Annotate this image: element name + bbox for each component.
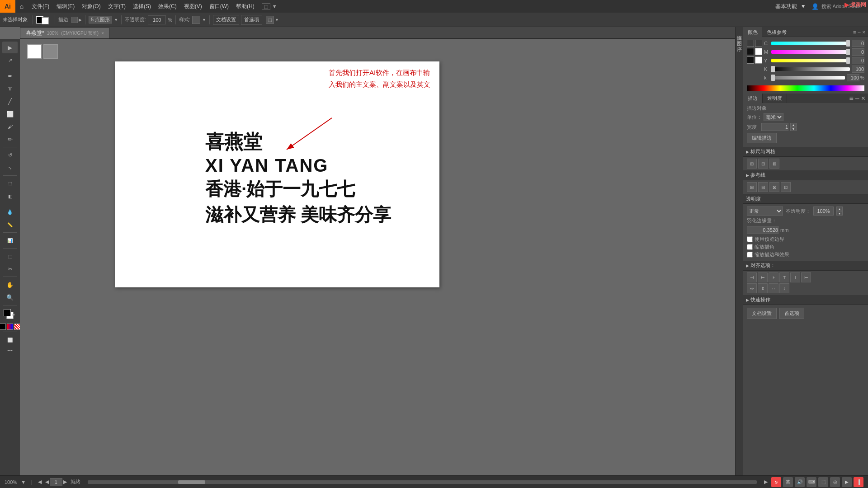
guides-section-header[interactable]: ▶ 参考线 [743, 170, 868, 180]
scrollbar-thumb[interactable] [178, 480, 205, 484]
fill-stroke-switcher[interactable]: ⇄ [4, 309, 16, 322]
page-input[interactable] [50, 478, 62, 486]
scroll-right-btn[interactable]: ▶ [764, 479, 768, 485]
horizontal-scrollbar[interactable] [88, 480, 757, 484]
tab-layers[interactable]: 图层 [735, 34, 744, 40]
blend-tool[interactable]: ⬚ [2, 178, 18, 189]
guide-icon-4[interactable]: ⊡ [781, 182, 791, 192]
c-value-input[interactable] [852, 40, 864, 47]
hand-tool[interactable]: ✋ [2, 279, 18, 291]
stroke-color-area[interactable] [36, 16, 52, 23]
panel-minimize-btn[interactable]: – [858, 29, 860, 35]
preview-bounds-cb[interactable] [747, 236, 753, 242]
dist-h-btn[interactable]: ⇔ [747, 283, 757, 293]
text-sub2[interactable]: 滋补又营养 美味齐分享 [205, 202, 391, 227]
canvas-swatch-white[interactable] [27, 44, 42, 59]
page-prev-btn[interactable]: ◀ [38, 479, 42, 485]
menu-object[interactable]: 对象(O) [78, 0, 104, 13]
workspace-selector[interactable]: 基本功能 ▼ [775, 3, 811, 10]
special-slider[interactable] [771, 76, 845, 80]
align-bottom-btn[interactable]: ⊢ [801, 272, 811, 282]
zoom-tool[interactable]: 🔍 [2, 291, 18, 303]
shape-tool[interactable]: ⬜ [2, 108, 18, 120]
y-slider[interactable] [771, 59, 850, 62]
style-swatch[interactable] [192, 16, 200, 24]
color-icon[interactable] [0, 324, 6, 330]
width-step-up[interactable]: ▲ [790, 123, 797, 127]
gradient-tool[interactable]: ◧ [2, 190, 18, 202]
k-value-input[interactable] [852, 66, 864, 73]
align-left-btn[interactable]: ⊣ [747, 272, 757, 282]
align-right-btn[interactable]: ⊦ [769, 272, 778, 282]
text-main[interactable]: 喜燕堂 [205, 129, 391, 155]
more-tools[interactable]: ••• [7, 347, 13, 353]
graph-tool[interactable]: 📊 [2, 235, 18, 246]
menu-help[interactable]: 帮助(H) [232, 0, 258, 13]
ruler-icon-3[interactable]: ⊠ [769, 159, 779, 169]
align-center-h-btn[interactable]: ⊢ [758, 272, 768, 282]
y-value-input[interactable] [852, 57, 864, 64]
menu-text[interactable]: 文字(T) [104, 0, 129, 13]
tray-icon-7[interactable]: ▶ [842, 477, 852, 487]
cs-stroke-swatch[interactable] [755, 48, 762, 55]
opacity-input-t[interactable] [813, 206, 834, 216]
quick-ops-header[interactable]: ▶ 快速操作 [743, 295, 868, 305]
quick-doc-settings-btn[interactable]: 文档设置 [747, 308, 777, 319]
tab-sequence[interactable]: 序 [735, 40, 744, 45]
k-slider[interactable] [771, 67, 850, 71]
canvas-swatch-gray[interactable] [43, 44, 58, 59]
text-en[interactable]: XI YAN TANG [205, 155, 391, 176]
eyedropper-tool[interactable]: 💧 [2, 206, 18, 218]
rulers-section-header[interactable]: ▶ 标尺与网格 [743, 147, 868, 157]
stroke-panel-close[interactable]: × [861, 94, 865, 103]
guide-icon-2[interactable]: ⊟ [758, 182, 768, 192]
width-step-down[interactable]: ▼ [790, 127, 797, 131]
cs-black-swatch[interactable] [747, 56, 754, 64]
panel-close-btn-r[interactable]: × [863, 29, 865, 35]
cs-white-swatch[interactable] [755, 56, 762, 64]
quick-prefs-btn[interactable]: 首选项 [779, 308, 804, 319]
page-icon-prev[interactable]: ◀ [45, 479, 49, 485]
scale-stroke-cb[interactable] [747, 252, 753, 258]
tray-icon-4[interactable]: ⌨ [807, 477, 816, 487]
edit-stroke-button[interactable]: 编辑描边 [747, 133, 777, 143]
cs-icon-1[interactable] [747, 40, 754, 47]
direct-selection-tool[interactable]: ↗ [2, 54, 18, 66]
stroke-size-value[interactable]: 5 点圆形 [89, 16, 112, 23]
change-screen-mode[interactable]: ⬜ [2, 334, 18, 346]
m-value-input[interactable] [852, 48, 864, 56]
measure-tool[interactable]: 📏 [2, 219, 18, 230]
toolbar-more-dropdown[interactable]: ▼ [275, 18, 279, 22]
doc-settings-button[interactable]: 文档设置 [213, 15, 239, 25]
arrange-dropdown[interactable]: ▼ [272, 4, 277, 9]
line-tool[interactable]: ╱ [2, 95, 18, 107]
stroke-dropdown[interactable]: ▼ [114, 18, 118, 22]
tray-icon-3[interactable]: 🔊 [795, 477, 805, 487]
menu-select[interactable]: 选择(S) [129, 0, 155, 13]
guide-icon-3[interactable]: ⊠ [769, 182, 779, 192]
tray-icon-1[interactable]: S [771, 477, 781, 487]
toolbar-extra-icon[interactable]: ⬚ [266, 16, 274, 24]
tab-color[interactable]: 颜色 [743, 27, 762, 37]
panel-menu-btn[interactable]: ≡ [853, 29, 856, 35]
stroke-panel-menu[interactable]: ≡ [849, 94, 853, 103]
none-icon[interactable] [14, 324, 20, 330]
tab-close-button[interactable]: × [101, 31, 104, 36]
opacity-step-up[interactable]: ▲ [836, 206, 843, 211]
opacity-input[interactable] [148, 15, 166, 24]
home-icon[interactable]: ⌂ [15, 0, 28, 13]
selection-tool[interactable]: ▶ [2, 42, 18, 53]
menu-window[interactable]: 窗口(W) [206, 0, 232, 13]
tab-stroke[interactable]: 描边 [743, 94, 763, 103]
artboard-tool[interactable]: ⬚ [2, 250, 18, 262]
workspace-dropdown-icon[interactable]: ▼ [801, 3, 806, 9]
text-sub1[interactable]: 香港·始于一九七七 [205, 177, 391, 202]
type-tool[interactable]: T [2, 83, 18, 94]
cs-icon-2[interactable] [755, 40, 762, 47]
color-gradient-bar[interactable] [747, 85, 864, 91]
blur-input[interactable] [747, 226, 778, 234]
document-tab[interactable]: 喜燕堂* 100% (CMYK/GPU 预览) × [20, 28, 110, 38]
gradient-icon[interactable] [7, 324, 13, 330]
stroke-color-swatch[interactable] [42, 17, 49, 24]
pen-tool[interactable]: ✒ [2, 70, 18, 82]
